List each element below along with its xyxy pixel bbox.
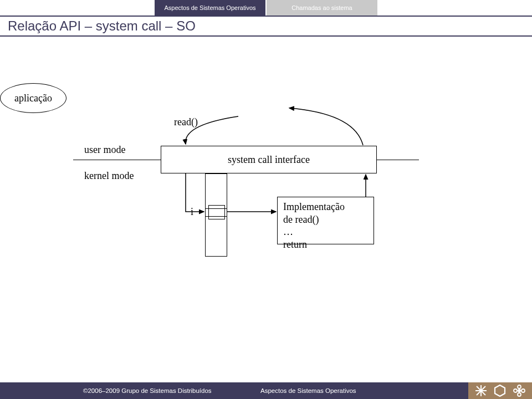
- breadcrumb-strip: Aspectos de Sistemas Operativos Chamadas…: [0, 0, 532, 16]
- implementation-box: Implementação de read() … return: [277, 197, 374, 244]
- svg-point-8: [514, 389, 517, 392]
- footer-copyright: ©2006–2009 Grupo de Sistemas Distribuído…: [83, 387, 260, 394]
- breadcrumb-current: Aspectos de Sistemas Operativos: [155, 0, 265, 16]
- footer-bar: ©2006–2009 Grupo de Sistemas Distribuído…: [0, 382, 532, 399]
- index-label: i: [191, 206, 193, 218]
- user-mode-label: user mode: [84, 144, 125, 156]
- hexagon-icon: [493, 384, 507, 397]
- title-band: Relação API – system call – SO: [0, 16, 532, 37]
- breadcrumb-next: Chamadas ao sistema: [267, 0, 377, 16]
- flower-icon: [513, 384, 526, 397]
- diagram: system call interface aplicação read() u…: [0, 83, 532, 305]
- footer-section: Aspectos de Sistemas Operativos: [260, 387, 356, 394]
- breadcrumb-current-text: Aspectos de Sistemas Operativos: [164, 4, 255, 11]
- footer-icon-bar: [468, 382, 532, 399]
- svg-point-7: [518, 393, 521, 396]
- syscall-table: [205, 173, 227, 257]
- svg-point-6: [521, 389, 525, 392]
- page-title: Relação API – system call – SO: [8, 18, 196, 34]
- syscall-interface-box: system call interface: [161, 146, 377, 173]
- impl-line-1: Implementação: [283, 201, 368, 213]
- application-label: aplicação: [14, 93, 52, 104]
- breadcrumb-next-text: Chamadas ao sistema: [291, 4, 352, 11]
- syscall-interface-label: system call interface: [228, 154, 310, 166]
- read-call-label: read(): [174, 116, 198, 128]
- impl-line-4: return: [283, 238, 368, 251]
- diagram-arrows: [0, 83, 532, 305]
- svg-point-5: [518, 385, 521, 388]
- svg-point-9: [518, 389, 521, 392]
- kernel-mode-label: kernel mode: [84, 170, 134, 182]
- impl-line-2: de read(): [283, 213, 368, 226]
- impl-line-3: …: [283, 226, 368, 238]
- table-selected-entry: [208, 205, 225, 219]
- svg-marker-4: [495, 385, 505, 396]
- snowflake-icon: [474, 384, 488, 397]
- application-ellipse: aplicação: [0, 83, 66, 113]
